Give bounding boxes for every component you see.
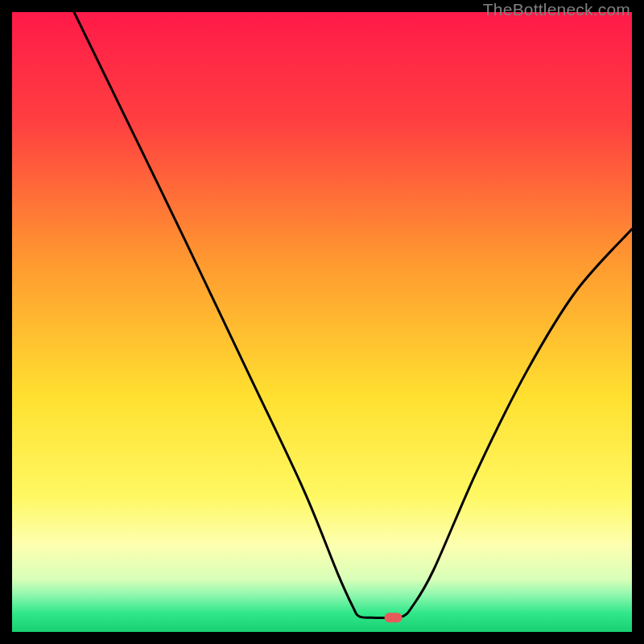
watermark-text: TheBottleneck.com [483,0,630,19]
chart-canvas [12,12,632,632]
optimal-marker [385,613,402,622]
chart-frame [12,12,632,632]
gradient-background [12,12,632,632]
